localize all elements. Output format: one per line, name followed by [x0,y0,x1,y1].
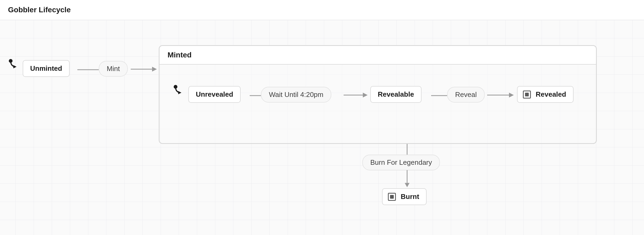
action-label: Reveal [455,91,477,99]
arrow [487,92,514,98]
initial-state-marker [173,85,184,95]
final-state-icon [388,193,396,201]
header: Gobbler Lifecycle [0,0,644,20]
state-label: Burnt [401,193,419,201]
state-revealed[interactable]: Revealed [517,86,574,103]
diagram-canvas[interactable]: Unminted Mint Minted [0,20,644,235]
state-revealable[interactable]: Revealable [370,86,422,103]
arrow [431,93,447,97]
initial-state-marker [8,59,19,69]
arrow [406,144,409,155]
compound-label: Minted [168,51,192,59]
state-label: Revealable [378,90,414,99]
state-label: Unminted [30,64,62,73]
arrow [404,170,410,188]
state-label: Unrevealed [196,90,233,99]
action-reveal[interactable]: Reveal [447,87,485,103]
arrow [131,66,157,72]
state-burnt[interactable]: Burnt [382,188,427,205]
action-burn[interactable]: Burn For Legendary [362,155,440,170]
action-mint[interactable]: Mint [99,61,128,77]
action-label: Burn For Legendary [370,158,432,166]
state-unminted[interactable]: Unminted [23,60,70,77]
action-label: Mint [107,65,120,73]
arrow [344,92,368,98]
final-state-icon [523,91,531,99]
compound-header: Minted [160,46,596,65]
state-unrevealed[interactable]: Unrevealed [188,86,241,103]
state-label: Revealed [536,90,566,99]
arrow [77,68,99,71]
action-label: Wait Until 4:20pm [269,91,323,99]
page-title: Gobbler Lifecycle [8,6,71,14]
compound-minted[interactable]: Minted Unrevealed Wait Until 4:20pm [159,45,597,144]
arrow [250,93,261,97]
action-wait[interactable]: Wait Until 4:20pm [261,87,331,103]
